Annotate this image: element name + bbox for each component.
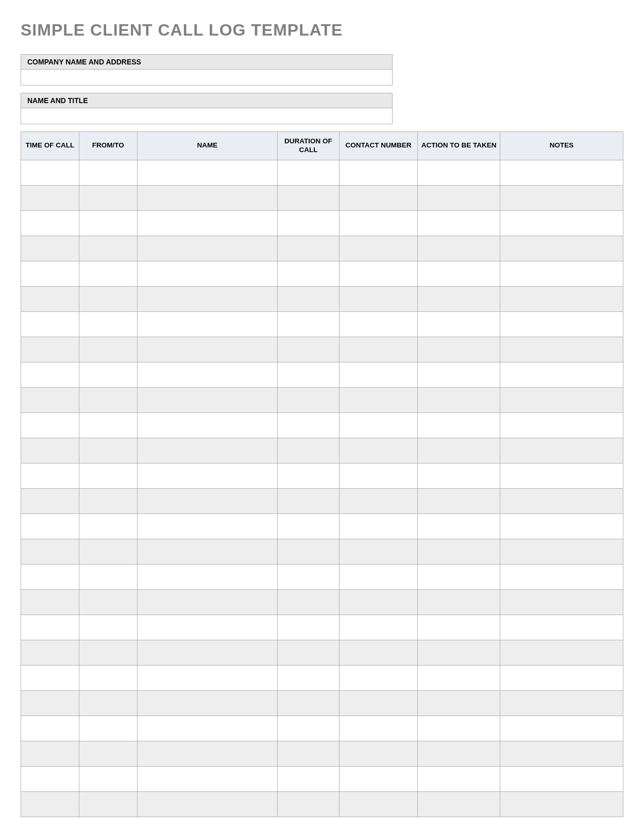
cell-name[interactable]: [137, 412, 277, 438]
cell-notes[interactable]: [500, 791, 623, 817]
cell-notes[interactable]: [500, 564, 623, 589]
cell-contact[interactable]: [339, 412, 418, 438]
cell-name[interactable]: [137, 463, 277, 488]
cell-time[interactable]: [21, 438, 79, 463]
cell-contact[interactable]: [339, 387, 418, 412]
cell-fromto[interactable]: [79, 210, 137, 236]
cell-name[interactable]: [137, 766, 277, 791]
cell-fromto[interactable]: [79, 311, 137, 337]
cell-name[interactable]: [137, 615, 277, 640]
cell-action[interactable]: [418, 210, 500, 236]
cell-name[interactable]: [137, 741, 277, 766]
cell-name[interactable]: [137, 791, 277, 817]
cell-dur[interactable]: [278, 160, 340, 185]
cell-contact[interactable]: [339, 539, 418, 564]
cell-dur[interactable]: [278, 640, 340, 665]
cell-notes[interactable]: [500, 690, 623, 716]
cell-name[interactable]: [137, 210, 277, 236]
cell-time[interactable]: [21, 387, 79, 412]
cell-action[interactable]: [418, 362, 500, 387]
cell-notes[interactable]: [500, 716, 623, 741]
cell-dur[interactable]: [278, 210, 340, 236]
cell-contact[interactable]: [339, 311, 418, 337]
cell-contact[interactable]: [339, 564, 418, 589]
cell-dur[interactable]: [278, 564, 340, 589]
cell-time[interactable]: [21, 716, 79, 741]
cell-contact[interactable]: [339, 690, 418, 716]
cell-contact[interactable]: [339, 716, 418, 741]
cell-dur[interactable]: [278, 261, 340, 286]
cell-notes[interactable]: [500, 286, 623, 311]
cell-dur[interactable]: [278, 741, 340, 766]
cell-action[interactable]: [418, 160, 500, 185]
cell-fromto[interactable]: [79, 463, 137, 488]
cell-name[interactable]: [137, 665, 277, 690]
cell-action[interactable]: [418, 286, 500, 311]
cell-dur[interactable]: [278, 311, 340, 337]
cell-dur[interactable]: [278, 362, 340, 387]
cell-fromto[interactable]: [79, 337, 137, 362]
name-info-value[interactable]: [21, 108, 392, 124]
cell-fromto[interactable]: [79, 539, 137, 564]
cell-time[interactable]: [21, 160, 79, 185]
cell-contact[interactable]: [339, 615, 418, 640]
cell-name[interactable]: [137, 488, 277, 513]
cell-time[interactable]: [21, 766, 79, 791]
cell-contact[interactable]: [339, 589, 418, 615]
cell-name[interactable]: [137, 438, 277, 463]
cell-time[interactable]: [21, 185, 79, 210]
cell-time[interactable]: [21, 513, 79, 539]
cell-action[interactable]: [418, 311, 500, 337]
cell-time[interactable]: [21, 589, 79, 615]
cell-notes[interactable]: [500, 463, 623, 488]
cell-name[interactable]: [137, 337, 277, 362]
cell-dur[interactable]: [278, 690, 340, 716]
cell-dur[interactable]: [278, 387, 340, 412]
cell-name[interactable]: [137, 185, 277, 210]
cell-time[interactable]: [21, 210, 79, 236]
cell-time[interactable]: [21, 690, 79, 716]
cell-action[interactable]: [418, 463, 500, 488]
cell-time[interactable]: [21, 286, 79, 311]
cell-action[interactable]: [418, 185, 500, 210]
cell-contact[interactable]: [339, 640, 418, 665]
cell-notes[interactable]: [500, 236, 623, 261]
cell-time[interactable]: [21, 488, 79, 513]
cell-contact[interactable]: [339, 665, 418, 690]
cell-action[interactable]: [418, 513, 500, 539]
cell-dur[interactable]: [278, 665, 340, 690]
cell-fromto[interactable]: [79, 766, 137, 791]
cell-fromto[interactable]: [79, 412, 137, 438]
cell-notes[interactable]: [500, 210, 623, 236]
cell-fromto[interactable]: [79, 741, 137, 766]
cell-name[interactable]: [137, 286, 277, 311]
cell-action[interactable]: [418, 665, 500, 690]
cell-action[interactable]: [418, 564, 500, 589]
cell-fromto[interactable]: [79, 690, 137, 716]
cell-fromto[interactable]: [79, 564, 137, 589]
cell-notes[interactable]: [500, 513, 623, 539]
cell-time[interactable]: [21, 640, 79, 665]
cell-action[interactable]: [418, 488, 500, 513]
cell-dur[interactable]: [278, 337, 340, 362]
cell-name[interactable]: [137, 589, 277, 615]
cell-fromto[interactable]: [79, 488, 137, 513]
cell-time[interactable]: [21, 564, 79, 589]
cell-dur[interactable]: [278, 236, 340, 261]
cell-contact[interactable]: [339, 362, 418, 387]
cell-notes[interactable]: [500, 589, 623, 615]
cell-contact[interactable]: [339, 337, 418, 362]
cell-dur[interactable]: [278, 488, 340, 513]
cell-notes[interactable]: [500, 640, 623, 665]
cell-dur[interactable]: [278, 463, 340, 488]
cell-notes[interactable]: [500, 311, 623, 337]
cell-fromto[interactable]: [79, 286, 137, 311]
cell-notes[interactable]: [500, 766, 623, 791]
cell-fromto[interactable]: [79, 589, 137, 615]
cell-name[interactable]: [137, 513, 277, 539]
cell-name[interactable]: [137, 236, 277, 261]
cell-action[interactable]: [418, 412, 500, 438]
cell-dur[interactable]: [278, 438, 340, 463]
cell-contact[interactable]: [339, 438, 418, 463]
cell-contact[interactable]: [339, 463, 418, 488]
